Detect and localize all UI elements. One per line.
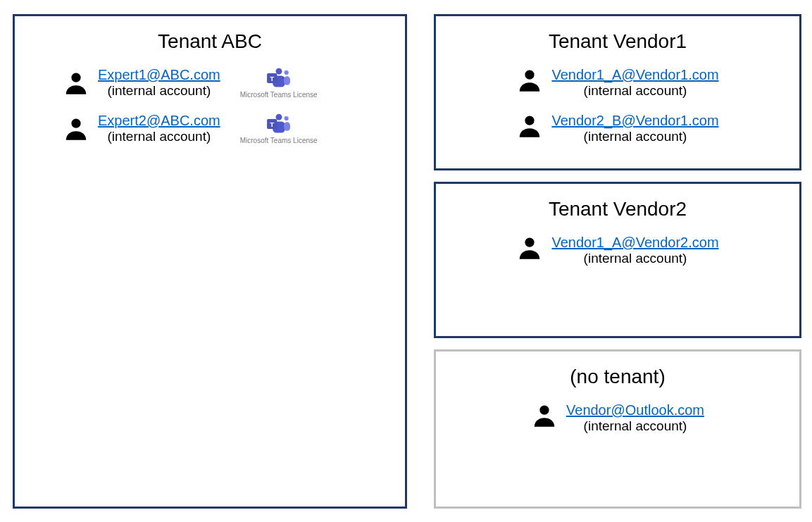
user-row: Vendor2_B@Vendor1.com (internal account) bbox=[450, 113, 785, 144]
email-link[interactable]: Vendor1_A@Vendor1.com bbox=[551, 67, 718, 83]
person-icon bbox=[516, 113, 543, 139]
svg-point-17 bbox=[539, 405, 549, 414]
svg-point-8 bbox=[275, 114, 282, 120]
teams-license-badge: T Microsoft Teams License bbox=[240, 67, 318, 99]
teams-license-label: Microsoft Teams License bbox=[240, 137, 318, 144]
account-type-label: (internal account) bbox=[98, 83, 220, 99]
user-list: Vendor@Outlook.com (internal account) bbox=[450, 402, 785, 434]
user-row: Expert2@ABC.com (internal account) T Mic… bbox=[63, 113, 370, 144]
email-link[interactable]: Expert1@ABC.com bbox=[98, 67, 220, 83]
user-info: Expert2@ABC.com (internal account) bbox=[98, 113, 220, 144]
tenant-title: Tenant Vendor2 bbox=[450, 198, 785, 220]
tenant-title: Tenant Vendor1 bbox=[450, 30, 785, 53]
account-type-label: (internal account) bbox=[566, 418, 704, 434]
user-info: Expert1@ABC.com (internal account) bbox=[98, 67, 220, 99]
svg-point-15 bbox=[525, 116, 535, 125]
svg-rect-4 bbox=[284, 76, 290, 85]
user-row: Vendor@Outlook.com (internal account) bbox=[450, 402, 785, 434]
account-type-label: (internal account) bbox=[551, 251, 718, 266]
tenant-title: (no tenant) bbox=[450, 366, 785, 388]
microsoft-teams-icon: T bbox=[265, 67, 293, 89]
user-list: Vendor1_A@Vendor2.com (internal account) bbox=[450, 235, 785, 266]
account-type-label: (internal account) bbox=[551, 129, 718, 144]
person-icon bbox=[63, 70, 89, 97]
user-info: Vendor1_A@Vendor1.com (internal account) bbox=[551, 67, 718, 99]
user-list: Expert1@ABC.com (internal account) T Mic… bbox=[29, 67, 391, 144]
svg-point-14 bbox=[525, 70, 535, 79]
user-list: Vendor1_A@Vendor1.com (internal account)… bbox=[450, 67, 785, 144]
email-link[interactable]: Vendor@Outlook.com bbox=[566, 402, 704, 418]
svg-point-16 bbox=[525, 237, 535, 247]
user-info: Vendor@Outlook.com (internal account) bbox=[566, 402, 704, 434]
person-icon bbox=[63, 116, 89, 142]
svg-text:T: T bbox=[270, 120, 274, 128]
user-info: Vendor1_A@Vendor2.com (internal account) bbox=[551, 235, 718, 266]
email-link[interactable]: Expert2@ABC.com bbox=[98, 113, 220, 129]
svg-point-7 bbox=[71, 118, 80, 128]
tenant-title: Tenant ABC bbox=[29, 30, 391, 53]
account-type-label: (internal account) bbox=[98, 129, 220, 144]
teams-license-badge: T Microsoft Teams License bbox=[240, 113, 318, 144]
svg-rect-11 bbox=[284, 122, 290, 130]
person-icon bbox=[531, 402, 558, 429]
tenant-box-abc: Tenant ABC Expert1@ABC.com (internal acc… bbox=[13, 14, 407, 509]
teams-license-label: Microsoft Teams License bbox=[240, 91, 318, 99]
svg-text:T: T bbox=[270, 75, 274, 82]
user-row: Vendor1_A@Vendor2.com (internal account) bbox=[450, 235, 785, 266]
account-type-label: (internal account) bbox=[551, 83, 718, 99]
svg-point-2 bbox=[284, 70, 288, 75]
person-icon bbox=[516, 67, 543, 94]
svg-point-0 bbox=[71, 73, 80, 82]
user-row: Vendor1_A@Vendor1.com (internal account) bbox=[450, 67, 785, 99]
microsoft-teams-icon: T bbox=[265, 113, 293, 135]
svg-point-9 bbox=[284, 116, 288, 120]
user-info: Vendor2_B@Vendor1.com (internal account) bbox=[551, 113, 718, 144]
email-link[interactable]: Vendor1_A@Vendor2.com bbox=[551, 235, 718, 251]
tenant-box-vendor2: Tenant Vendor2 Vendor1_A@Vendor2.com (in… bbox=[434, 182, 801, 338]
tenant-box-notenant: (no tenant) Vendor@Outlook.com (internal… bbox=[434, 349, 801, 509]
tenant-box-vendor1: Tenant Vendor1 Vendor1_A@Vendor1.com (in… bbox=[434, 14, 801, 170]
person-icon bbox=[516, 235, 543, 261]
svg-point-1 bbox=[275, 68, 282, 75]
user-row: Expert1@ABC.com (internal account) T Mic… bbox=[63, 67, 370, 99]
email-link[interactable]: Vendor2_B@Vendor1.com bbox=[551, 113, 718, 129]
